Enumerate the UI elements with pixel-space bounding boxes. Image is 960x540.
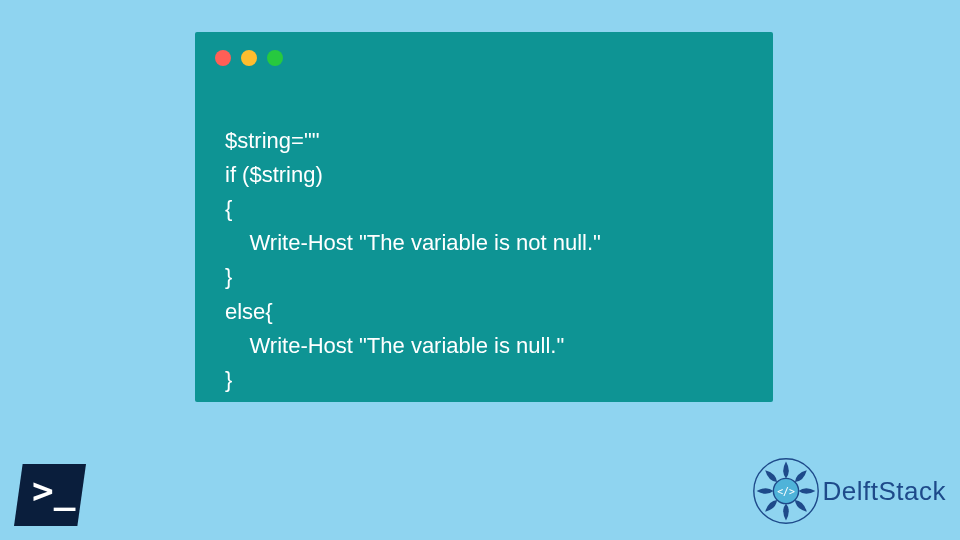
code-window: $string="" if ($string) { Write-Host "Th… [195,32,773,402]
powershell-icon: >_ [14,464,86,526]
powershell-symbol: >_ [32,470,75,511]
code-line: $string="" [225,128,320,153]
code-line: { [225,196,232,221]
code-line: } [225,367,232,392]
mandala-icon: </> [751,456,821,526]
code-line: else{ [225,299,273,324]
close-icon [215,50,231,66]
maximize-icon [267,50,283,66]
brand-name: DelftStack [823,476,947,507]
minimize-icon [241,50,257,66]
delftstack-logo: </> DelftStack [751,456,947,526]
svg-text:</>: </> [777,486,795,497]
code-line: if ($string) [225,162,323,187]
code-line: Write-Host "The variable is null." [225,333,564,358]
code-line: Write-Host "The variable is not null." [225,230,601,255]
code-line: } [225,264,232,289]
code-block: $string="" if ($string) { Write-Host "Th… [225,90,753,397]
window-controls [215,50,283,66]
powershell-shape: >_ [14,464,86,526]
